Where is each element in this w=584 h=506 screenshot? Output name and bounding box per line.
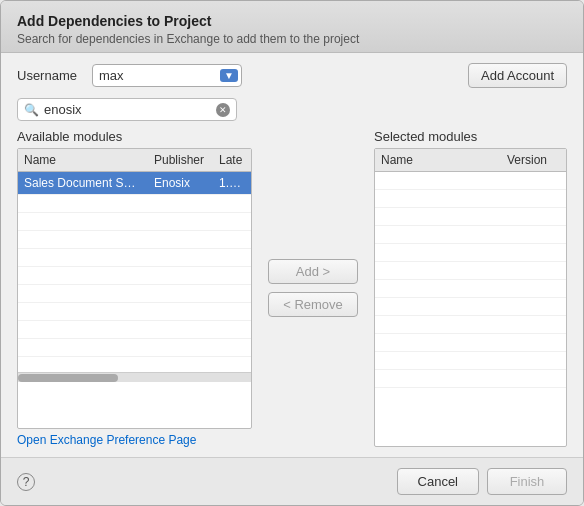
footer: ? Cancel Finish (1, 457, 583, 505)
selected-empty-rows (375, 172, 566, 332)
col-latest: Late (213, 151, 251, 169)
table-row[interactable]: Sales Document Search Enosix 1.0.1 (18, 172, 251, 195)
dialog: Add Dependencies to Project Search for d… (0, 0, 584, 506)
sel-col-name: Name (375, 151, 501, 169)
selected-modules-title: Selected modules (374, 129, 567, 144)
username-label: Username (17, 68, 82, 83)
col-name: Name (18, 151, 148, 169)
footer-buttons: Cancel Finish (397, 468, 567, 495)
available-modules-panel: Available modules Name Publisher Late Sa… (17, 129, 252, 447)
search-input[interactable] (44, 102, 216, 117)
open-exchange-preference-link[interactable]: Open Exchange Preference Page (17, 433, 252, 447)
row-version: 1.0.1 (213, 174, 251, 192)
search-icon: 🔍 (24, 103, 39, 117)
add-button[interactable]: Add > (268, 259, 358, 284)
search-clear-icon[interactable]: ✕ (216, 103, 230, 117)
help-icon[interactable]: ? (17, 473, 35, 491)
available-modules-header: Name Publisher Late (18, 149, 251, 172)
available-modules-table: Name Publisher Late Sales Document Searc… (17, 148, 252, 429)
finish-button[interactable]: Finish (487, 468, 567, 495)
row-publisher: Enosix (148, 174, 213, 192)
panels-area: Available modules Name Publisher Late Sa… (17, 129, 567, 447)
dialog-title: Add Dependencies to Project (17, 13, 567, 29)
col-publisher: Publisher (148, 151, 213, 169)
available-modules-title: Available modules (17, 129, 252, 144)
selected-modules-panel: Selected modules Name Version (374, 129, 567, 447)
dialog-subtitle: Search for dependencies in Exchange to a… (17, 32, 567, 46)
available-modules-body: Sales Document Search Enosix 1.0.1 (18, 172, 251, 372)
sel-col-version: Version (501, 151, 566, 169)
dialog-content: Username max ▼ Add Account 🔍 ✕ Available… (1, 53, 583, 457)
transfer-buttons: Add > < Remove (252, 129, 374, 447)
selected-modules-body (375, 172, 566, 392)
username-select-wrapper: max ▼ (92, 64, 242, 87)
horizontal-scrollbar[interactable] (18, 372, 251, 382)
empty-rows (18, 195, 251, 355)
username-select[interactable]: max (92, 64, 242, 87)
add-account-button[interactable]: Add Account (468, 63, 567, 88)
selected-modules-table: Name Version (374, 148, 567, 447)
scrollbar-thumb[interactable] (18, 374, 118, 382)
title-bar: Add Dependencies to Project Search for d… (1, 1, 583, 53)
remove-button[interactable]: < Remove (268, 292, 358, 317)
cancel-button[interactable]: Cancel (397, 468, 479, 495)
selected-modules-header: Name Version (375, 149, 566, 172)
search-row: 🔍 ✕ (17, 98, 237, 121)
row-name: Sales Document Search (18, 174, 148, 192)
username-row: Username max ▼ Add Account (17, 63, 567, 88)
